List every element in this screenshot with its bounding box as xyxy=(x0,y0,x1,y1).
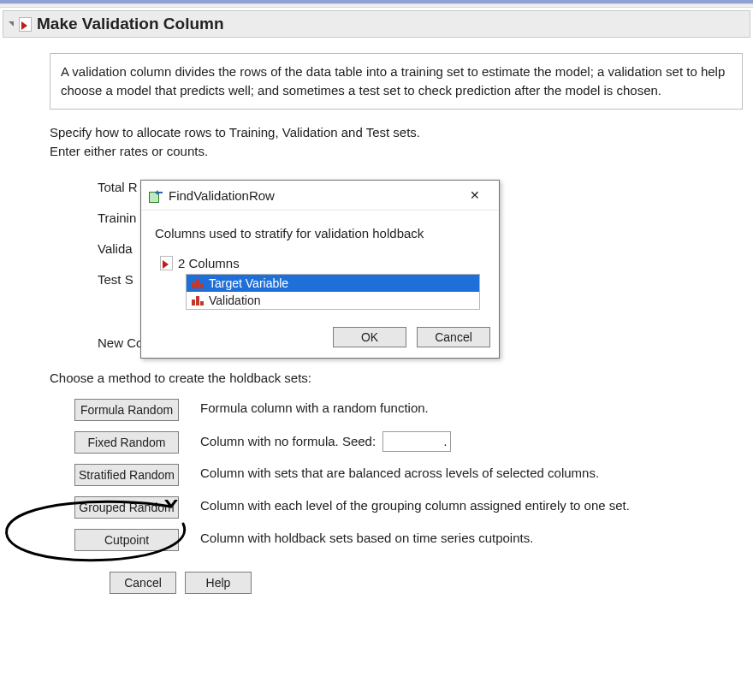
cancel-button[interactable]: Cancel xyxy=(110,572,176,594)
stratified-random-button[interactable]: Stratified Random xyxy=(74,464,179,486)
columns-count-label: 2 Columns xyxy=(178,256,240,270)
red-triangle-menu-icon[interactable] xyxy=(160,256,173,270)
instruction-line-1: Specify how to allocate rows to Training… xyxy=(50,123,753,143)
dialog-title: FindValidationRow xyxy=(169,188,458,203)
app-icon xyxy=(148,188,162,202)
ok-button[interactable]: OK xyxy=(333,327,406,347)
section-header[interactable]: Make Validation Column xyxy=(3,10,750,38)
seed-input[interactable] xyxy=(382,431,451,452)
method-section-title: Choose a method to create the holdback s… xyxy=(50,371,753,385)
red-triangle-menu-icon[interactable] xyxy=(19,17,32,32)
column-icon xyxy=(192,296,204,306)
fixed-random-desc: Column with no formula. Seed: xyxy=(200,434,376,448)
section-title: Make Validation Column xyxy=(37,15,224,33)
grouped-random-desc: Column with each level of the grouping c… xyxy=(193,491,637,524)
formula-random-desc: Formula column with a random function. xyxy=(193,394,637,426)
grouped-random-button[interactable]: Grouped Random xyxy=(74,496,179,519)
column-icon xyxy=(192,279,204,288)
description-box: A validation column divides the rows of … xyxy=(50,53,743,110)
dialog-message: Columns used to stratify for validation … xyxy=(155,226,489,240)
cutpoint-desc: Column with holdback sets based on time … xyxy=(193,524,637,556)
formula-random-button[interactable]: Formula Random xyxy=(74,399,179,421)
fixed-random-button[interactable]: Fixed Random xyxy=(74,431,179,454)
list-item[interactable]: Validation xyxy=(187,292,479,309)
instruction-line-2: Enter either rates or counts. xyxy=(50,142,753,162)
dialog-cancel-button[interactable]: Cancel xyxy=(417,327,490,347)
list-item[interactable]: Target Variable xyxy=(187,275,479,292)
list-item-label: Target Variable xyxy=(209,276,288,290)
cutpoint-button[interactable]: Cutpoint xyxy=(74,529,179,551)
stratify-dialog: FindValidationRow ✕ Columns used to stra… xyxy=(140,180,500,359)
stratified-random-desc: Column with sets that are balanced acros… xyxy=(193,459,637,491)
list-item-label: Validation xyxy=(209,294,260,307)
columns-list[interactable]: Target Variable Validation xyxy=(186,274,480,310)
disclosure-triangle-icon[interactable] xyxy=(9,21,14,27)
help-button[interactable]: Help xyxy=(185,572,252,594)
close-icon[interactable]: ✕ xyxy=(458,186,492,205)
